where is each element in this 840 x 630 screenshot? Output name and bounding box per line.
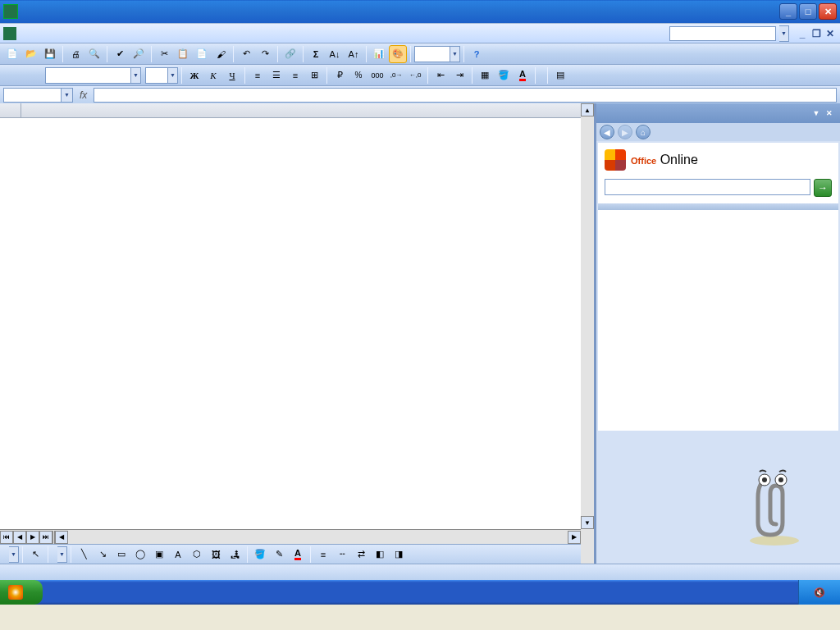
hyperlink-button[interactable]: 🔗 [281,45,299,63]
line-style-button[interactable]: ≡ [314,546,332,564]
help-button[interactable]: ? [468,45,486,63]
tab-last-button[interactable]: ⏭ [39,531,52,544]
research-button[interactable]: 🔎 [130,45,148,63]
hscroll-left-button[interactable]: ◀ [55,531,68,544]
copy-button[interactable]: 📋 [174,45,192,63]
fill-color-button[interactable]: 🪣 [495,66,513,84]
maximize-button[interactable]: □ [799,3,817,20]
arrow-style-button[interactable]: ⇄ [352,546,370,564]
wordart-button[interactable]: A [169,546,187,564]
3d-button[interactable]: ◨ [390,546,408,564]
currency-button[interactable]: ₽ [331,66,349,84]
drawing-button[interactable]: 🎨 [389,45,407,63]
bold-button[interactable]: Ж [185,66,203,84]
select-all-corner[interactable] [0,103,21,117]
doc-minimize-button[interactable]: _ [796,28,809,39]
undo-button[interactable]: ↶ [237,45,255,63]
sort-asc-button[interactable]: A↓ [326,45,344,63]
zoom-dropdown[interactable]: ▼ [414,46,460,62]
paste-button[interactable]: 📄 [193,45,211,63]
print-preview-button[interactable]: 🔍 [85,45,103,63]
autoshapes-arrow-icon[interactable]: ▼ [57,546,67,563]
format-painter-button[interactable]: 🖌 [212,45,230,63]
decrease-decimal-button[interactable]: ←,0 [406,66,424,84]
comma-button[interactable]: 000 [368,66,386,84]
tab-next-button[interactable]: ▶ [26,531,39,544]
zoom-arrow-icon[interactable]: ▼ [450,46,460,62]
font-dropdown[interactable]: ▼ [45,67,141,84]
fontsize-dropdown[interactable]: ▼ [145,67,178,84]
fontsize-arrow-icon[interactable]: ▼ [168,67,178,84]
percent-button[interactable]: % [349,66,368,84]
menu-edit[interactable] [34,31,48,36]
redo-button[interactable]: ↷ [256,45,274,63]
diagram-button[interactable]: ⬡ [188,546,206,564]
fx-icon[interactable]: fx [80,89,87,101]
vscroll-down-button[interactable]: ▼ [581,516,594,529]
arrow-button[interactable]: ↘ [94,546,112,564]
help-dropdown-icon[interactable]: ▼ [779,25,789,42]
line-button[interactable]: ╲ [75,546,93,564]
increase-decimal-button[interactable]: ,0→ [387,66,405,84]
menu-insert[interactable] [61,31,74,36]
help-search-input[interactable] [669,26,776,41]
hscroll-right-button[interactable]: ▶ [568,531,581,544]
cut-button[interactable]: ✂ [155,45,173,63]
shadow-button[interactable]: ◧ [371,546,389,564]
tab-prev-button[interactable]: ◀ [13,531,26,544]
open-button[interactable]: 📂 [22,45,40,63]
italic-button[interactable]: К [204,66,222,84]
spellcheck-button[interactable]: ✔ [111,45,129,63]
draw-font-color-button[interactable]: А [289,546,307,564]
close-button[interactable]: ✕ [819,3,837,20]
clippy-assistant-icon[interactable] [742,465,807,547]
oval-button[interactable]: ◯ [131,546,149,564]
taskpane-search-input[interactable] [605,179,810,195]
align-left-button[interactable]: ≡ [249,66,267,84]
minimize-button[interactable]: _ [779,3,797,20]
namebox-arrow-icon[interactable]: ▼ [61,89,72,102]
picture-button[interactable]: 🏞 [226,546,244,564]
fontsize-input[interactable] [145,67,168,84]
search-go-button[interactable]: → [814,179,832,197]
sort-desc-button[interactable]: A↑ [345,45,363,63]
select-objects-button[interactable]: ↖ [26,546,44,564]
taskpane-back-icon[interactable]: ◀ [600,125,614,139]
formula-input[interactable] [94,88,837,103]
font-color-button[interactable]: А [514,66,532,84]
vscroll-track[interactable] [581,116,594,516]
underline-button[interactable]: Ч [223,66,241,84]
taskpane-close-icon[interactable]: ✕ [824,107,835,119]
menu-format[interactable] [74,31,87,36]
taskpane-dropdown-icon[interactable]: ▼ [810,107,822,119]
align-center-button[interactable]: ☰ [267,66,285,84]
font-arrow-icon[interactable]: ▼ [131,67,141,84]
align-right-button[interactable]: ≡ [286,66,304,84]
clipart-button[interactable]: 🖼 [207,546,225,564]
menu-data[interactable] [100,31,113,36]
menu-help[interactable] [126,31,139,36]
menu-service[interactable] [87,31,100,36]
start-button[interactable] [0,580,43,605]
taskpane-home-icon[interactable]: ⌂ [636,125,651,139]
dash-style-button[interactable]: ╌ [333,546,351,564]
doc-restore-button[interactable]: ❐ [810,28,823,39]
actions-arrow-icon[interactable]: ▼ [9,546,19,563]
menu-window[interactable] [113,31,126,36]
font-input[interactable] [45,67,131,84]
tab-first-button[interactable]: ⏮ [0,531,13,544]
decrease-indent-button[interactable]: ⇤ [431,66,450,84]
print-button[interactable]: 🖨 [66,45,84,63]
vscroll-up-button[interactable]: ▲ [581,103,594,116]
merge-center-button[interactable]: ⊞ [305,66,323,84]
borders-button[interactable]: ▦ [476,66,494,84]
increase-indent-button[interactable]: ⇥ [450,66,468,84]
draw-fill-color-button[interactable]: 🪣 [251,546,269,564]
zoom-input[interactable] [414,46,450,62]
rectangle-button[interactable]: ▭ [112,546,130,564]
doc-close-button[interactable]: ✕ [824,28,837,39]
menu-file[interactable] [21,31,34,36]
save-button[interactable]: 💾 [41,45,59,63]
name-box[interactable]: ▼ [3,88,73,103]
tray-volume-icon[interactable]: 🔇 [814,587,825,598]
